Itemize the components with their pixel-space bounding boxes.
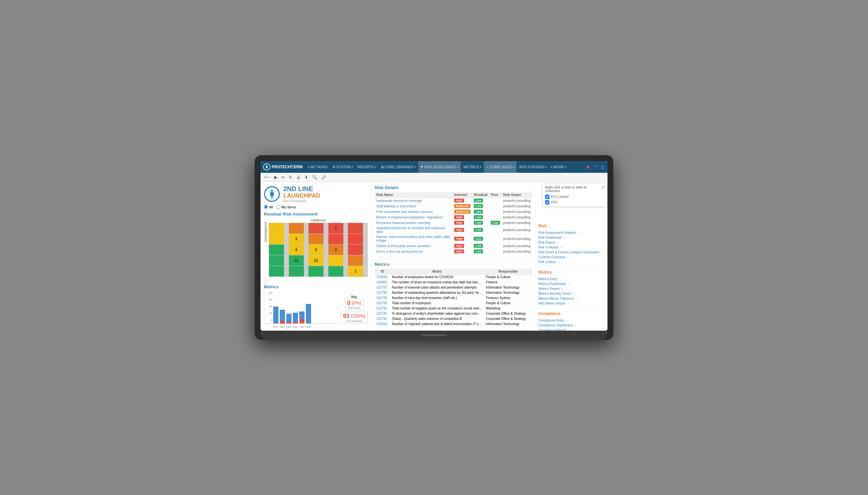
right-metrics-links-link-1[interactable]: Metrics Dashboard → (538, 281, 605, 286)
nav-system[interactable]: ⚙ SYSTEM ▾ (330, 161, 355, 173)
filter-my-items[interactable]: My Items (276, 205, 296, 209)
nav-compliance[interactable]: ✓ COMPLIANCE ▾ (484, 161, 517, 173)
matrix-cell-3-0[interactable] (269, 255, 284, 266)
nav-core-libraries[interactable]: ⊞ CORE LIBRARIES ▾ (379, 161, 418, 173)
right-risk-links-link-2[interactable]: Risk Report → (538, 240, 605, 245)
metric-id-link-5[interactable]: 102792 (376, 301, 387, 305)
risk-link-0[interactable]: Inadequate insurance coverage (376, 199, 422, 203)
brand-logo[interactable]: PROTECHT.ERM (263, 164, 302, 171)
right-risk-links-link-1[interactable]: Risk Dashboard → (538, 235, 605, 240)
metric-id-link-0[interactable]: 102828 (376, 275, 387, 279)
risk-link-6[interactable]: Internet, telecommunications and other p… (376, 235, 450, 242)
matrix-cell-2-2[interactable]: 3 (309, 244, 324, 255)
matrix-cell-2-1[interactable]: 4 (289, 244, 304, 255)
residual-badge-8: Low (474, 250, 483, 253)
matrix-cell-4-2[interactable] (309, 266, 324, 276)
toolbar-play[interactable]: ▶ (273, 174, 278, 180)
right-risk-links-link-5[interactable]: Controls Overview → (538, 255, 605, 259)
tooltip-checkbox-xyz[interactable]: XYZ Limited (545, 195, 605, 199)
right-compliance-links-link-2[interactable]: Compliance Report → (538, 328, 605, 331)
toolbar-back[interactable]: ⟵ (263, 174, 271, 180)
right-risk-links-link-6[interactable]: Risk Culture → (538, 259, 605, 264)
right-compliance-links-link-1[interactable]: Compliance Dashboard → (538, 323, 605, 328)
matrix-cell-1-3[interactable] (328, 234, 343, 244)
right-risk-links-link-0[interactable]: Risk Assessment Register → (538, 230, 605, 235)
metric-id-link-1[interactable]: 102802 (376, 280, 387, 284)
matrix-cell-0-1[interactable] (289, 223, 304, 234)
col-metric-id: ID (375, 269, 390, 275)
residual-badge-1: Low (474, 204, 483, 208)
right-metrics-links-link-0[interactable]: Metrics Entry → (538, 276, 605, 281)
nav-risk-assessment[interactable]: ⚑ RISK ASSESSMENT ▾ (418, 161, 461, 173)
right-metrics-links-link-3[interactable]: Metrics Monthly Trend → (538, 291, 605, 296)
bookmark-icon[interactable]: 🔖 (586, 165, 591, 169)
metric-id-link-8[interactable]: 102782 (376, 317, 387, 321)
laptop-base (261, 331, 607, 340)
risk-link-2[interactable]: Poor recruitment and selection process (376, 210, 433, 214)
metric-id-link-3[interactable]: 102783 (376, 291, 387, 294)
toolbar-zoom-in[interactable]: 🔍 (311, 174, 318, 180)
matrix-cell-0-2[interactable] (309, 223, 324, 234)
matrix-cell-0-0[interactable] (269, 223, 284, 234)
right-compliance-links-link-0[interactable]: Compliance Entry → (538, 318, 605, 323)
risk-link-4[interactable]: Erroneous financial position reporting (376, 221, 430, 225)
filter-all[interactable]: All (264, 205, 273, 209)
risk-link-8[interactable]: Errors in the unit pricing process (376, 250, 423, 253)
risk-link-3[interactable]: Breach of employment legislation / regul… (376, 216, 443, 219)
prior-badge-4: Low (491, 221, 500, 225)
matrix-cell-2-4[interactable] (348, 244, 363, 255)
tooltip-close[interactable]: ✕ (602, 186, 605, 189)
brand-title-line2: LAUNCHPAD (283, 192, 320, 199)
matrix-cell-2-0[interactable] (269, 244, 284, 255)
risk-matrix-container: Consequence Likelihood 1 (264, 219, 368, 277)
nav-more[interactable]: ≡ MORE ▾ (549, 161, 568, 173)
risk-link-5[interactable]: Unauthorized access to sensitive and emp… (376, 226, 446, 234)
bar-jan-blue (280, 310, 285, 321)
svg-point-1 (266, 166, 268, 168)
matrix-cell-4-1[interactable] (289, 266, 304, 276)
matrix-cell-3-4[interactable] (348, 255, 363, 266)
toolbar-edit[interactable]: ✏ (280, 174, 286, 180)
right-risk-links-link-4[interactable]: Risk Event & Control Linkages Dashboard … (538, 250, 605, 255)
nav-metrics[interactable]: METRICS ▾ (462, 161, 483, 173)
matrix-cell-1-0[interactable] (269, 234, 284, 244)
metric-name-8: (Data) - Quarterly sales volumes of comp… (390, 316, 484, 322)
toolbar-zoom-out[interactable]: 🔎 (320, 174, 327, 180)
matrix-cell-0-4[interactable] (348, 223, 363, 234)
col-inherent: Inherent (453, 192, 472, 198)
toolbar-download[interactable]: ⬇ (303, 174, 309, 180)
user-icon[interactable]: 👤 (600, 165, 605, 169)
matrix-cell-1-4[interactable] (348, 234, 363, 244)
matrix-cell-3-3[interactable] (328, 255, 343, 266)
matrix-cell-3-2[interactable]: 21 (309, 255, 324, 266)
metric-id-link-7[interactable]: 102787 (376, 312, 387, 315)
right-metrics-links-link-5[interactable]: RAS Metric Report → (538, 301, 605, 306)
tooltip-checkbox-yfg[interactable]: YFG (545, 200, 605, 204)
right-metrics-links-link-2[interactable]: Metrics Report → (538, 286, 605, 291)
matrix-cell-0-3[interactable]: 1 (328, 223, 343, 234)
matrix-cell-3-1[interactable]: 12 (289, 255, 304, 266)
matrix-cell-2-3[interactable]: 2 (328, 244, 343, 255)
nav-applications[interactable]: APPLICATIONS ▾ (517, 161, 548, 173)
risk-link-7[interactable]: Failure of third party service providers (376, 244, 431, 248)
help-icon[interactable]: ❓ (593, 165, 598, 169)
right-metrics-links-link-4[interactable]: Metrics Above Tolerance → (538, 296, 605, 301)
metric-id-link-2[interactable]: 102787 (376, 286, 387, 289)
right-risk-links-link-3[interactable]: Risk in Motion → (538, 245, 605, 250)
metric-id-link-6[interactable]: 102792 (376, 307, 387, 310)
metric-id-link-9[interactable]: 102819 (376, 322, 387, 326)
matrix-cell-1-1[interactable]: 3 (289, 234, 304, 244)
matrix-cell-4-4[interactable]: 1 (348, 266, 363, 276)
nav-reports[interactable]: REPORTS ▾ (355, 161, 378, 173)
matrix-cell-4-0[interactable] (269, 266, 284, 276)
nav-my-tasks[interactable]: ≡ MY TASKS (306, 161, 330, 173)
risk-section-title: Residual Risk Assessment (264, 211, 368, 217)
brand-env: Non-Production (283, 199, 320, 203)
toolbar-print[interactable]: 🖨 (295, 174, 301, 180)
brand-title-line1: 2ND LINE (283, 185, 320, 192)
metric-id-link-4[interactable]: 102785 (376, 296, 387, 300)
matrix-cell-1-2[interactable] (309, 234, 324, 244)
risk-link-1[interactable]: Staff bullying or misconduct (376, 204, 416, 208)
matrix-cell-4-3[interactable] (328, 266, 343, 276)
toolbar-refresh[interactable]: ↻ (288, 174, 293, 180)
